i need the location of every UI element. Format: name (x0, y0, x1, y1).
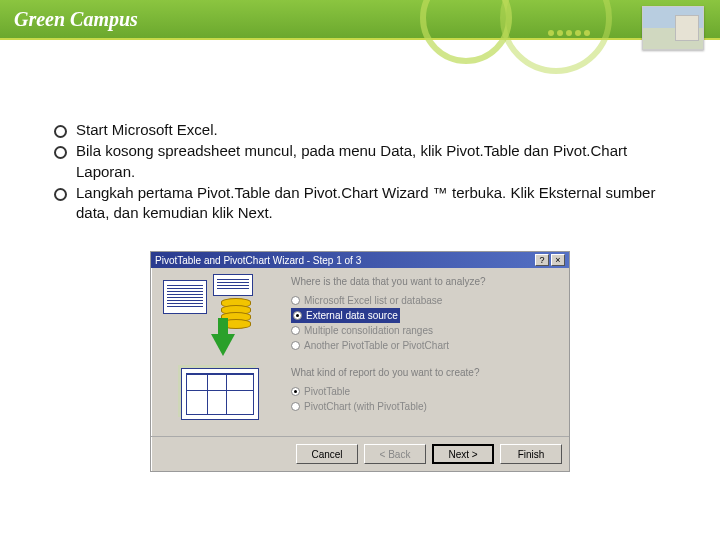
sheet-icon (213, 274, 253, 296)
pivot-table-icon (181, 368, 259, 420)
wizard-graphic (159, 276, 279, 426)
next-button[interactable]: Next > (432, 444, 494, 464)
radio-icon (291, 296, 300, 305)
radio-another-pivot[interactable]: Another PivotTable or PivotChart (291, 338, 561, 353)
bullet-item: Bila kosong spreadsheet muncul, pada men… (50, 141, 670, 182)
header-photo (642, 6, 704, 50)
header-title: Green Campus (0, 8, 138, 31)
slide-content: Start Microsoft Excel. Bila kosong sprea… (0, 40, 720, 472)
arrow-down-icon (211, 334, 235, 356)
dialog-body: Where is the data that you want to analy… (151, 268, 569, 436)
dialog-titlebar: PivotTable and PivotChart Wizard - Step … (151, 252, 569, 268)
question-2: What kind of report do you want to creat… (291, 367, 561, 378)
pivot-wizard-dialog: PivotTable and PivotChart Wizard - Step … (150, 251, 570, 472)
wizard-container: PivotTable and PivotChart Wizard - Step … (50, 251, 670, 472)
radio-icon (291, 402, 300, 411)
question-1: Where is the data that you want to analy… (291, 276, 561, 287)
radio-multiple-ranges[interactable]: Multiple consolidation ranges (291, 323, 561, 338)
header-decoration (380, 2, 640, 38)
finish-button[interactable]: Finish (500, 444, 562, 464)
radio-pivottable[interactable]: PivotTable (291, 384, 561, 399)
cancel-button[interactable]: Cancel (296, 444, 358, 464)
radio-excel-list[interactable]: Microsoft Excel list or database (291, 293, 561, 308)
wizard-options: Where is the data that you want to analy… (291, 276, 561, 428)
radio-external-data[interactable]: External data source (291, 308, 400, 323)
back-button[interactable]: < Back (364, 444, 426, 464)
radio-icon (291, 341, 300, 350)
sheet-icon (163, 280, 207, 314)
header-dots (548, 30, 590, 36)
slide-header: Green Campus (0, 0, 720, 40)
radio-pivotchart[interactable]: PivotChart (with PivotTable) (291, 399, 561, 414)
radio-icon (291, 387, 300, 396)
bullet-item: Langkah pertama Pivot.Table dan Pivot.Ch… (50, 183, 670, 224)
help-icon[interactable]: ? (535, 254, 549, 266)
dialog-buttons: Cancel < Back Next > Finish (151, 436, 569, 471)
close-icon[interactable]: × (551, 254, 565, 266)
dialog-title: PivotTable and PivotChart Wizard - Step … (155, 255, 361, 266)
bullet-item: Start Microsoft Excel. (50, 120, 670, 140)
radio-icon (291, 326, 300, 335)
radio-icon (293, 311, 302, 320)
bullet-list: Start Microsoft Excel. Bila kosong sprea… (50, 120, 670, 223)
